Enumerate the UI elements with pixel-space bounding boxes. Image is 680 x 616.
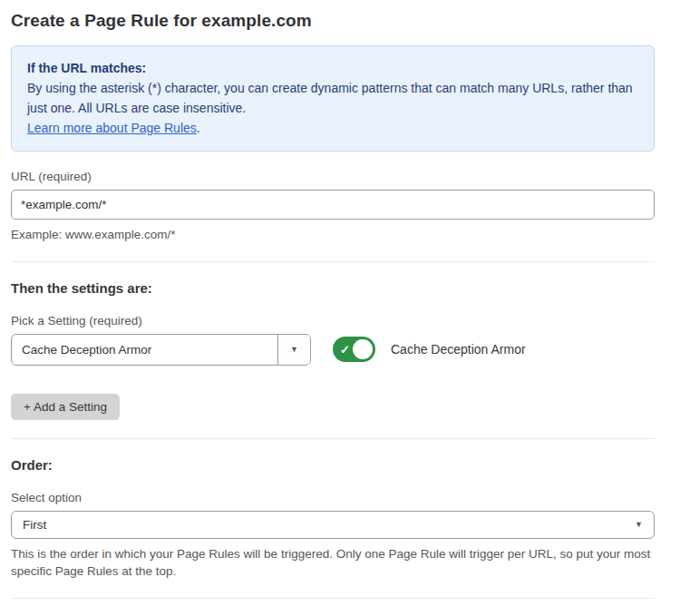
setting-select[interactable]: Cache Deception Armor ▼ (11, 334, 311, 366)
setting-picker-label: Pick a Setting (required) (11, 314, 655, 328)
setting-toggle-wrap: ✓ Cache Deception Armor (333, 337, 526, 362)
create-page-rule-form: Create a Page Rule for example.com If th… (0, 0, 680, 616)
order-section-heading: Order: (11, 457, 655, 473)
setting-select-value: Cache Deception Armor (12, 335, 277, 365)
toggle-label: Cache Deception Armor (391, 342, 526, 357)
order-helper-text: This is the order in which your Page Rul… (11, 545, 655, 580)
order-select-value: First (23, 518, 635, 532)
toggle-knob (353, 339, 373, 359)
settings-section-heading: Then the settings are: (11, 280, 655, 296)
setting-row: Cache Deception Armor ▼ ✓ Cache Deceptio… (11, 334, 655, 366)
url-field-label: URL (required) (11, 170, 655, 183)
add-setting-button[interactable]: + Add a Setting (11, 394, 120, 420)
setting-select-arrow-button[interactable]: ▼ (277, 335, 310, 365)
order-select-label: Select option (11, 491, 655, 504)
check-icon: ✓ (340, 344, 350, 356)
info-box-body: By using the asterisk (*) character, you… (27, 78, 638, 118)
url-input[interactable] (11, 190, 655, 220)
order-select[interactable]: First ▼ (11, 511, 655, 539)
divider (11, 261, 655, 262)
link-suffix: . (197, 121, 200, 135)
url-field-helper: Example: www.example.com/* (11, 226, 655, 243)
cache-deception-armor-toggle[interactable]: ✓ (333, 337, 375, 362)
url-match-info-box: If the URL matches: By using the asteris… (11, 45, 655, 152)
info-box-heading: If the URL matches: (27, 58, 638, 78)
learn-more-link[interactable]: Learn more about Page Rules (27, 121, 197, 135)
chevron-down-icon: ▼ (635, 521, 643, 529)
chevron-down-icon: ▼ (290, 346, 298, 354)
divider (11, 598, 655, 599)
page-title: Create a Page Rule for example.com (11, 9, 655, 45)
divider (11, 438, 655, 439)
info-box-link-line: Learn more about Page Rules. (27, 118, 638, 138)
